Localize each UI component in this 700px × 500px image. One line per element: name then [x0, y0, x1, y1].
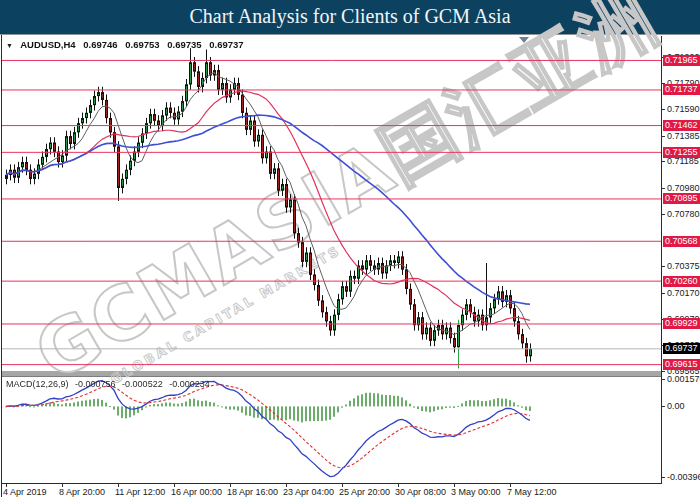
macd-value-hist: -0.000234 [169, 379, 210, 389]
tick-mark [662, 406, 665, 407]
ohlc-low: 0.69735 [167, 39, 201, 50]
chart-shift-icon[interactable] [519, 37, 529, 43]
current-price-badge: 0.69737 [663, 343, 700, 354]
level-badge: 0.70260 [663, 276, 700, 287]
time-label: 25 Apr 20:00 [339, 487, 390, 497]
level-badge: 0.71462 [663, 120, 700, 131]
time-label: 11 Apr 12:00 [115, 487, 165, 497]
price-tick: 0.71385 [667, 131, 700, 141]
price-tick: 0.70170 [667, 288, 700, 298]
level-badge: 0.70895 [663, 193, 700, 204]
price-axis[interactable]: 0.719900.717900.715900.713850.711850.709… [662, 36, 700, 483]
macd-value-main: -0.000756 [75, 379, 116, 389]
macd-chart-canvas[interactable] [2, 377, 661, 483]
level-badge: 0.69615 [663, 359, 700, 370]
time-axis[interactable]: 4 Apr 20198 Apr 20:0011 Apr 12:0016 Apr … [2, 483, 662, 499]
level-badge: 0.71737 [663, 84, 700, 95]
tick-mark [662, 161, 665, 162]
price-chart-canvas[interactable] [2, 36, 661, 372]
price-tick: 0.70375 [667, 261, 700, 271]
time-label: 3 May 00:00 [451, 487, 501, 497]
tick-mark [662, 136, 665, 137]
time-label: 18 Apr 16:00 [227, 487, 278, 497]
tick-mark [662, 188, 665, 189]
tick-mark [662, 477, 665, 478]
time-label: 4 Apr 2019 [3, 487, 47, 497]
price-tick: 0.70780 [667, 209, 700, 219]
time-label: 8 Apr 20:00 [59, 487, 105, 497]
level-badge: 0.69929 [663, 318, 700, 329]
collapse-chart-icon[interactable]: ▼ [6, 42, 13, 49]
macd-axis-label: 0.001576 [667, 374, 700, 384]
macd-axis-label: 0.00 [667, 401, 685, 411]
tick-mark [662, 371, 665, 372]
macd-value-signal: -0.000522 [122, 379, 163, 389]
level-badge: 0.71255 [663, 147, 700, 158]
time-label: 30 Apr 08:00 [395, 487, 446, 497]
ohlc-close: 0.69737 [209, 39, 243, 50]
tick-mark [662, 109, 665, 110]
price-tick: 0.70980 [667, 183, 700, 193]
tick-mark [662, 293, 665, 294]
macd-name: MACD(12,26,9) [6, 379, 69, 389]
time-label: 16 Apr 00:00 [171, 487, 222, 497]
level-badge: 0.70568 [663, 236, 700, 247]
time-label: 7 May 12:00 [507, 487, 557, 497]
ohlc-high: 0.69753 [125, 39, 159, 50]
page-title: Chart Analysis for Clients of GCM Asia [189, 5, 510, 27]
time-label: 23 Apr 04:00 [283, 487, 334, 497]
price-tick: 0.71590 [667, 104, 700, 114]
macd-axis-label: -0.003962 [667, 472, 700, 482]
level-badge: 0.71965 [663, 55, 700, 66]
symbol-header: ▼ AUDUSD,H4 0.69746 0.69753 0.69735 0.69… [6, 39, 249, 50]
tick-mark [662, 214, 665, 215]
tick-mark [662, 266, 665, 267]
macd-indicator-label: MACD(12,26,9) -0.000756 -0.000522 -0.000… [6, 379, 214, 389]
symbol-label: AUDUSD,H4 [20, 39, 75, 50]
ohlc-open: 0.69746 [83, 39, 117, 50]
tick-mark [662, 379, 665, 380]
